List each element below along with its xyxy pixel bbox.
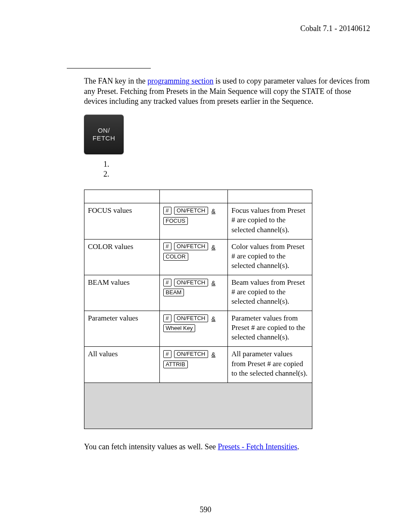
row-keys: # ON/FETCH & BEAM	[159, 275, 228, 311]
row-label: FOCUS values	[84, 203, 160, 239]
key-color: COLOR	[163, 253, 188, 261]
note-post: .	[297, 442, 299, 451]
row-label: BEAM values	[84, 275, 160, 311]
table-row: FOCUS values # ON/FETCH & FOCUS Focus va…	[84, 203, 312, 239]
key-amp: &	[212, 208, 215, 215]
th-action	[84, 190, 160, 203]
row-keys: # ON/FETCH & Wheel Key	[159, 311, 228, 347]
key-onfetch: ON/FETCH	[174, 207, 208, 215]
th-keys	[159, 190, 228, 203]
table-row: Parameter values # ON/FETCH & Wheel Key …	[84, 311, 312, 347]
row-label: Parameter values	[84, 311, 160, 347]
table-footer	[84, 383, 312, 429]
key-hash: #	[163, 350, 171, 358]
table-row: All values # ON/FETCH & ATTRIB All param…	[84, 347, 312, 383]
row-result: Focus values from Preset # are copied to…	[228, 203, 312, 239]
key-wheel: Wheel Key	[163, 324, 196, 332]
key-hash: #	[163, 243, 171, 250]
fetch-intensities-link[interactable]: Presets - Fetch Intensities	[218, 442, 297, 451]
row-keys: # ON/FETCH & ATTRIB	[159, 347, 228, 383]
note-pre: You can fetch intensity values as well. …	[84, 442, 218, 451]
key-amp: &	[212, 244, 215, 251]
step-2-number: 2.	[103, 170, 109, 178]
steps-list: 1. 2.	[103, 159, 370, 180]
row-keys: # ON/FETCH & FOCUS	[159, 203, 228, 239]
row-label: All values	[84, 347, 160, 383]
intro-paragraph: The FAN key in the programming section i…	[84, 76, 370, 106]
intro-text-pre: The FAN key in the	[84, 77, 147, 85]
row-result: Parameter values from Preset # are copie…	[228, 311, 312, 347]
table-row: BEAM values # ON/FETCH & BEAM Beam value…	[84, 275, 312, 311]
row-label: COLOR values	[84, 239, 160, 275]
programming-section-link[interactable]: programming section	[147, 77, 213, 85]
doc-header: Cobalt 7.1 - 20140612	[67, 24, 370, 34]
on-fetch-key-icon: ON/ FETCH	[84, 115, 124, 154]
key-focus: FOCUS	[163, 217, 188, 225]
key-line1: ON/	[98, 127, 110, 134]
table-row: COLOR values # ON/FETCH & COLOR Color va…	[84, 239, 312, 275]
key-onfetch: ON/FETCH	[174, 314, 208, 322]
key-line2: FETCH	[93, 134, 115, 142]
key-hash: #	[163, 207, 171, 215]
row-result: Color values from Preset # are copied to…	[228, 239, 312, 275]
key-beam: BEAM	[163, 289, 184, 296]
key-hash: #	[163, 279, 171, 286]
key-hash: #	[163, 314, 171, 322]
key-attrib: ATTRIB	[163, 361, 188, 368]
key-onfetch: ON/FETCH	[174, 279, 208, 286]
key-onfetch: ON/FETCH	[174, 350, 208, 358]
row-result: All parameter values from Preset # are c…	[228, 347, 312, 383]
key-onfetch: ON/FETCH	[174, 243, 208, 250]
note-paragraph: You can fetch intensity values as well. …	[84, 442, 370, 452]
key-amp: &	[212, 280, 215, 286]
th-result	[228, 190, 312, 203]
section-rule	[67, 68, 151, 68]
fetch-table: FOCUS values # ON/FETCH & FOCUS Focus va…	[84, 190, 312, 429]
step-1-number: 1.	[103, 160, 109, 168]
row-result: Beam values from Preset # are copied to …	[228, 275, 312, 311]
key-amp: &	[212, 315, 215, 322]
key-amp: &	[212, 351, 215, 358]
row-keys: # ON/FETCH & COLOR	[159, 239, 228, 275]
page-number: 590	[0, 505, 411, 515]
